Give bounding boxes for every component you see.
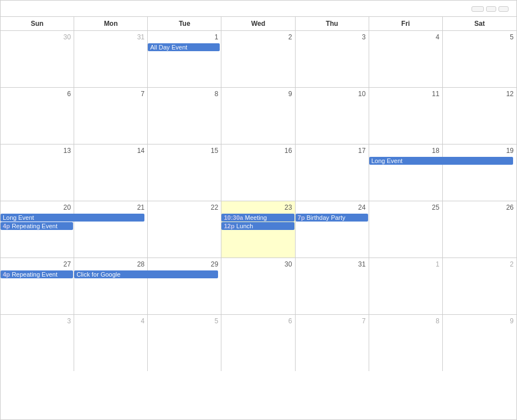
day-header-sat: Sat	[443, 17, 516, 30]
day-cell: 7	[296, 315, 369, 371]
day-number: 2	[443, 259, 516, 270]
week-row: 30311All Day Event2345	[1, 31, 516, 88]
day-number: 24	[296, 202, 369, 213]
day-number: 14	[74, 146, 147, 156]
day-number: 11	[369, 89, 442, 100]
timed-event[interactable]: 12p Lunch	[221, 222, 294, 230]
day-number: 26	[443, 202, 516, 213]
multi-day-event[interactable]: Click for Google	[74, 270, 218, 278]
week-row: 3456789	[1, 315, 516, 371]
day-number: 4	[74, 316, 147, 327]
next-button[interactable]	[498, 6, 509, 12]
day-number: 6	[1, 89, 74, 100]
week-row: 20Long Event4p Repeating Event21222310:3…	[1, 201, 516, 258]
day-cell: 28Click for Google	[74, 258, 148, 314]
day-number: 7	[296, 316, 369, 327]
day-number: 27	[1, 259, 74, 270]
day-number: 15	[148, 146, 221, 156]
day-cell: 5	[148, 315, 221, 371]
week-row: 274p Repeating Event28Click for Google29…	[1, 258, 516, 315]
day-cell: 20Long Event4p Repeating Event	[1, 201, 74, 258]
day-cell: 6	[1, 88, 74, 144]
day-cell: 13	[1, 144, 74, 201]
day-number: 9	[221, 89, 294, 100]
day-cell: 15	[148, 144, 221, 201]
day-number: 10	[296, 89, 369, 100]
timed-event[interactable]: 4p Repeating Event	[1, 270, 73, 278]
day-cell: 2	[443, 258, 516, 314]
calendar-grid: SunMonTueWedThuFriSat 30311All Day Event…	[1, 16, 516, 371]
day-cell: 12	[443, 88, 516, 144]
day-number: 1	[369, 259, 442, 270]
timed-event[interactable]: 10:30a Meeting	[221, 214, 294, 222]
day-cell: 1All Day Event	[148, 31, 221, 87]
multi-day-event[interactable]: Long Event	[1, 214, 144, 222]
day-cell: 3	[1, 315, 74, 371]
day-cell: 2310:30a Meeting12p Lunch	[221, 201, 295, 258]
day-header-mon: Mon	[74, 17, 148, 30]
day-cell: 6	[221, 315, 295, 371]
day-number: 3	[296, 32, 369, 43]
day-cell: 14	[74, 144, 148, 201]
day-number: 13	[1, 146, 74, 156]
day-header-sun: Sun	[1, 17, 74, 30]
all-day-event[interactable]: All Day Event	[148, 43, 220, 51]
day-cell: 9	[221, 88, 295, 144]
day-cell: 5	[443, 31, 516, 87]
day-cell: 11	[369, 88, 443, 144]
day-number: 16	[221, 146, 294, 156]
day-cell: 29	[148, 258, 221, 314]
day-number: 9	[443, 316, 516, 327]
day-header-fri: Fri	[369, 17, 443, 30]
day-cell: 10	[296, 88, 369, 144]
day-cell: 274p Repeating Event	[1, 258, 74, 314]
day-cell: 18Long Event	[369, 144, 443, 201]
day-cell: 1	[369, 258, 443, 314]
prev-button[interactable]	[486, 6, 496, 12]
day-cell: 8	[148, 88, 221, 144]
day-cell: 30	[221, 258, 295, 314]
calendar-container: SunMonTueWedThuFriSat 30311All Day Event…	[0, 0, 517, 420]
day-cell: 247p Birthday Party	[296, 201, 369, 258]
day-number: 23	[221, 202, 294, 213]
day-number: 19	[443, 146, 516, 156]
timed-event[interactable]: 7p Birthday Party	[296, 214, 368, 222]
day-number: 21	[74, 202, 147, 213]
week-row: 6789101112	[1, 88, 516, 144]
day-number: 20	[1, 202, 74, 213]
multi-day-event[interactable]: Long Event	[369, 157, 513, 165]
day-cell: 8	[369, 315, 443, 371]
day-number: 1	[148, 32, 221, 43]
day-header-thu: Thu	[296, 17, 369, 30]
day-number: 8	[369, 316, 442, 327]
day-number: 6	[221, 316, 294, 327]
day-cell: 7	[74, 88, 148, 144]
day-cell: 9	[443, 315, 516, 371]
day-cell: 21	[74, 201, 148, 258]
day-headers: SunMonTueWedThuFriSat	[1, 17, 516, 31]
timed-event[interactable]: 4p Repeating Event	[1, 222, 73, 230]
day-number: 31	[296, 259, 369, 270]
day-header-wed: Wed	[221, 17, 295, 30]
day-number: 18	[369, 146, 442, 156]
day-header-tue: Tue	[148, 17, 221, 30]
day-number: 25	[369, 202, 442, 213]
day-cell: 4	[369, 31, 443, 87]
day-cell: 17	[296, 144, 369, 201]
weeks: 30311All Day Event2345678910111213141516…	[1, 31, 516, 371]
today-button[interactable]	[471, 6, 484, 12]
day-number: 5	[443, 32, 516, 43]
day-cell: 22	[148, 201, 221, 258]
day-number: 28	[74, 259, 147, 270]
day-number: 29	[148, 259, 221, 270]
day-cell: 26	[443, 201, 516, 258]
day-number: 30	[1, 32, 74, 43]
day-cell: 31	[296, 258, 369, 314]
day-cell: 3	[296, 31, 369, 87]
day-number: 5	[148, 316, 221, 327]
day-cell: 2	[221, 31, 295, 87]
day-cell: 4	[74, 315, 148, 371]
nav-buttons	[471, 6, 509, 12]
day-number: 4	[369, 32, 442, 43]
day-number: 30	[221, 259, 294, 270]
